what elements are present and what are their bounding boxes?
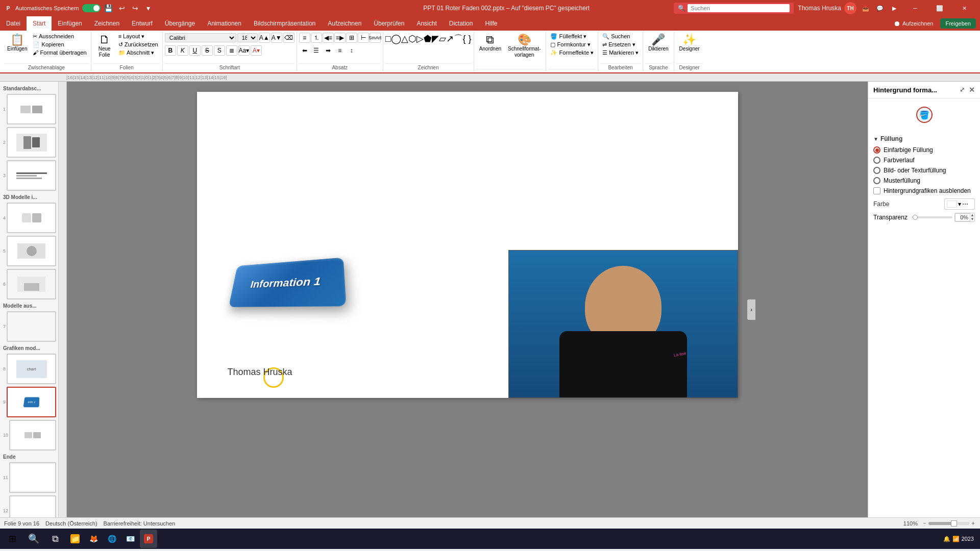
tab-zeichnen[interactable]: Zeichnen [88,16,126,31]
tab-bildschirm[interactable]: Bildschirmpräsentation [248,16,322,31]
slide-thumb-11[interactable] [9,462,56,493]
line-spacing-button[interactable]: ↕ [346,45,357,56]
restore-button[interactable]: ⬜ [928,0,951,16]
tab-animationen[interactable]: Animationen [201,16,248,31]
more-button[interactable]: ▾ [143,3,154,13]
text-direction-button[interactable]: ⊢ [358,33,369,43]
present-icon[interactable]: ▶ [889,3,899,13]
bullet-list-button[interactable]: ≡ [299,33,310,43]
tab-uebergaenge[interactable]: Übergänge [159,16,201,31]
taskbar-powerpoint[interactable]: P [140,530,157,548]
slide-thumb-4[interactable] [7,203,56,233]
search-taskbar-button[interactable]: 🔍 [23,530,44,548]
strikethrough-button[interactable]: S [202,45,213,56]
slide-thumb-8[interactable]: chart [7,354,56,384]
radio-muster[interactable]: Musterfüllung [873,177,975,184]
einfuegen-button[interactable]: 📋 Einfügen [4,33,30,53]
transparency-slider[interactable] [912,216,952,218]
zoom-in-button[interactable]: ＋ [970,519,976,527]
accessibility-status[interactable]: Barrierefreiheit: Untersuchen [104,520,176,527]
save-button[interactable]: 💾 [104,3,114,13]
spacing-button[interactable]: ≣ [226,45,237,56]
ersetzen-button[interactable]: ⇌ Ersetzen ▾ [600,41,641,48]
taskview-button[interactable]: ⧉ [45,530,65,548]
font-color-button[interactable]: A▾ [251,45,262,56]
slide-thumb-12[interactable] [9,495,56,517]
comment-icon[interactable]: 💬 [875,3,885,13]
spin-down-button[interactable]: ▼ [970,217,974,221]
panel-collapse-button[interactable]: › [747,299,755,320]
radio-einfarbig[interactable]: Einfarbige Füllung [873,146,975,154]
slide-thumb-9[interactable]: Info 1 [7,387,56,417]
increase-indent-button[interactable]: ≡▶ [334,33,346,43]
slide-thumb-2[interactable] [7,127,56,158]
radio-bild[interactable]: Bild- oder Texturfüllung [873,167,975,174]
info-button[interactable]: Information 1 [228,260,345,337]
italic-button[interactable]: K [177,45,188,56]
suchen-button[interactable]: 🔍 Suchen [600,33,641,40]
shadow-button[interactable]: S [214,45,225,56]
checkbox-grafiken[interactable]: Hintergrundgrafiken ausblenden [873,187,975,194]
zoom-out-button[interactable]: － [922,519,927,527]
taskbar-explorer[interactable]: 📁 [66,530,84,548]
aufzeichnen-button[interactable]: ⏺ Aufzeichnen [888,17,939,30]
decrease-indent-button[interactable]: ◀≡ [323,33,334,43]
slide-thumb-5[interactable] [7,236,56,266]
kopieren-button[interactable]: 📄 Kopieren [31,41,88,48]
tab-einfuegen[interactable]: Einfügen [52,16,88,31]
font-size-select[interactable]: 18 [237,33,258,42]
format-uebertragen-button[interactable]: 🖌 Format übertragen [31,49,88,56]
slide-thumb-3[interactable] [7,160,56,191]
undo-button[interactable]: ↩ [117,3,127,13]
layout-button[interactable]: ≡ Layout ▾ [116,33,160,40]
taskbar-chrome[interactable]: 🌐 [103,530,120,548]
autosave-toggle[interactable] [82,4,101,12]
numbered-list-button[interactable]: ⒈ [311,33,322,43]
align-right-button[interactable]: ➡ [323,45,334,56]
markieren-button[interactable]: ☰ Markieren ▾ [600,49,641,57]
slide-thumb-7[interactable] [7,311,56,342]
bold-button[interactable]: B [165,45,176,56]
tab-hilfe[interactable]: Hilfe [479,16,503,31]
columns-button[interactable]: ⊞ [346,33,357,43]
zoom-thumb[interactable] [951,520,957,527]
align-center-button[interactable]: ☰ [311,45,322,56]
share-icon[interactable]: 📤 [861,3,871,13]
smartart-button[interactable]: SmArt [370,33,381,43]
font-decrease-button[interactable]: A▼ [271,33,282,43]
designer-button[interactable]: ✨ Designer [676,33,703,53]
color-picker-button[interactable]: ▾ ⋯ [944,198,975,210]
anordnen-button[interactable]: ⧉ Anordnen [476,33,504,53]
tab-ueberpruefen[interactable]: Überprüfen [368,16,410,31]
zoom-slider[interactable] [928,522,969,525]
taskbar-firefox[interactable]: 🦊 [85,530,102,548]
slide-canvas[interactable]: › Information 1 Thomas Hruska [67,82,868,517]
align-left-button[interactable]: ⬅ [299,45,310,56]
abschnitt-button[interactable]: 📁 Abschnitt ▾ [116,49,160,57]
ausschneiden-button[interactable]: ✂ Ausschneiden [31,33,88,40]
redo-button[interactable]: ↪ [130,3,140,13]
fuelleffekt-button[interactable]: 🪣 Fülleffekt ▾ [548,33,596,40]
tab-ansicht[interactable]: Ansicht [410,16,443,31]
radio-farbverlauf[interactable]: Farbverlauf [873,157,975,164]
slide-thumb-10[interactable] [9,420,56,450]
close-button[interactable]: ✕ [952,0,976,16]
schnellformatvorlagen-button[interactable]: 🎨 Schnellformat- vorlagen [505,33,544,59]
start-button[interactable]: ⊞ [2,530,22,548]
shapes-panel[interactable]: □◯△⬡▷⬟◤▱↗⌒{ } [385,33,472,45]
diktieren-button[interactable]: 🎤 Diktieren [645,33,671,53]
tab-aufzeichnen[interactable]: Aufzeichnen [322,16,368,31]
formkontur-button[interactable]: ▢ Formkontur ▾ [548,41,596,48]
panel-expand-icon[interactable]: ⤢ [960,86,965,93]
collapse-arrow[interactable]: ▼ [873,136,878,142]
tab-datei[interactable]: Datei [0,16,27,31]
underline-button[interactable]: U [189,45,201,56]
font-increase-button[interactable]: A▲ [259,33,270,43]
clear-format-button[interactable]: ⌫ [283,33,295,43]
formeffekte-button[interactable]: ✨ Formeffekte ▾ [548,49,596,57]
neue-folie-button[interactable]: 🗋 Neue Folie [93,33,116,59]
taskbar-outlook[interactable]: 📧 [121,530,139,548]
slide-thumb-1[interactable] [7,94,56,124]
minimize-button[interactable]: ─ [903,0,927,16]
justify-button[interactable]: ≡ [334,45,346,56]
